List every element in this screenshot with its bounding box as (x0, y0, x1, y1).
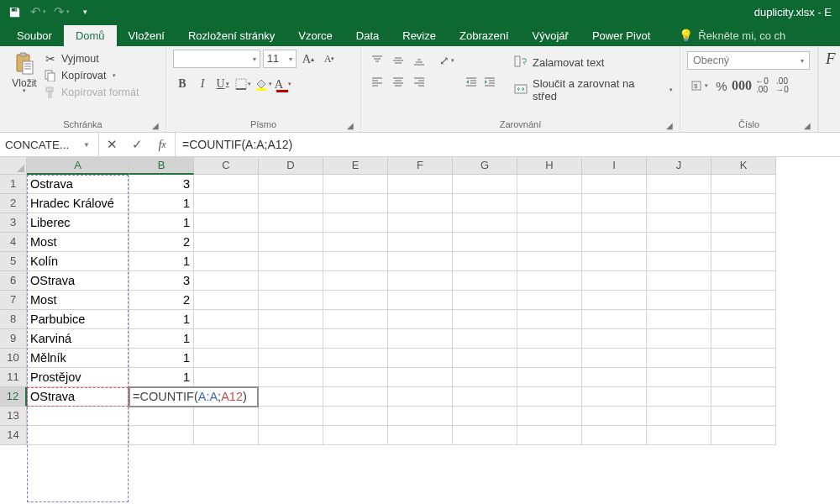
align-right-button[interactable] (410, 72, 428, 91)
cell[interactable] (517, 349, 582, 368)
cell[interactable] (388, 233, 453, 252)
cell[interactable] (517, 329, 582, 349)
row-header-6[interactable]: 6 (0, 271, 27, 291)
dialog-launcher-icon[interactable]: ◢ (347, 121, 354, 130)
cell[interactable] (517, 175, 582, 194)
cell[interactable] (453, 407, 517, 426)
cell[interactable] (259, 310, 323, 329)
cell[interactable] (711, 213, 776, 233)
cell[interactable] (388, 213, 453, 233)
col-header-k[interactable]: K (711, 157, 776, 175)
cell[interactable] (388, 310, 453, 329)
row-header-7[interactable]: 7 (0, 291, 27, 310)
wrap-text-button[interactable]: Zalamovat text (514, 55, 673, 71)
cell[interactable]: OStrava (27, 387, 129, 407)
tab-insert[interactable]: Vložení (117, 25, 176, 46)
cell[interactable] (453, 349, 517, 368)
cell[interactable] (582, 271, 647, 291)
dialog-launcher-icon[interactable]: ◢ (804, 121, 811, 130)
cell[interactable] (388, 175, 453, 194)
cell[interactable] (582, 291, 647, 310)
tab-file[interactable]: Soubor (5, 25, 64, 46)
increase-indent-button[interactable] (480, 72, 499, 91)
cell[interactable] (517, 426, 582, 445)
cell[interactable] (194, 213, 259, 233)
bold-button[interactable]: B (173, 75, 192, 93)
decrease-decimal-button[interactable]: .00→0 (773, 76, 791, 95)
cell[interactable]: Mělník (27, 349, 129, 368)
cell[interactable] (647, 271, 711, 291)
cell[interactable] (453, 233, 517, 252)
cell[interactable] (453, 175, 517, 194)
cell[interactable] (647, 175, 711, 194)
cell[interactable] (323, 252, 388, 271)
cell[interactable] (323, 271, 388, 291)
cell[interactable]: 3 (129, 271, 194, 291)
cell[interactable]: 1 (129, 349, 194, 368)
cell[interactable]: OStrava (27, 271, 129, 291)
cell[interactable] (453, 271, 517, 291)
cell[interactable] (388, 349, 453, 368)
tell-me-search[interactable]: 💡 Řekněte mi, co ch (679, 24, 785, 46)
cell[interactable] (388, 368, 453, 387)
cell[interactable] (323, 329, 388, 349)
cell[interactable] (388, 426, 453, 445)
cell[interactable] (711, 252, 776, 271)
increase-font-button[interactable]: A▴ (299, 50, 318, 68)
cell[interactable] (453, 291, 517, 310)
cell[interactable]: 2 (129, 291, 194, 310)
cell[interactable] (453, 368, 517, 387)
cell[interactable] (453, 310, 517, 329)
dialog-launcher-icon[interactable]: ◢ (152, 121, 159, 130)
cell[interactable] (194, 407, 259, 426)
col-header-d[interactable]: D (259, 157, 323, 175)
cell[interactable]: 3 (129, 175, 194, 194)
col-header-b[interactable]: B (129, 157, 194, 175)
cell[interactable] (323, 194, 388, 213)
col-header-f[interactable]: F (388, 157, 453, 175)
cell[interactable] (582, 252, 647, 271)
cell[interactable] (711, 175, 776, 194)
cell[interactable]: 1 (129, 329, 194, 349)
cell[interactable] (129, 407, 194, 426)
cell[interactable]: 1 (129, 252, 194, 271)
borders-button[interactable]: ▾ (234, 75, 252, 93)
cell[interactable] (647, 252, 711, 271)
cell[interactable] (259, 194, 323, 213)
cell[interactable] (582, 387, 647, 407)
cell[interactable] (323, 213, 388, 233)
name-box[interactable]: ▼ (0, 133, 99, 156)
cell[interactable]: 1 (129, 310, 194, 329)
cell[interactable]: Hradec Králové (27, 194, 129, 213)
copy-button[interactable]: Kopírovat▾ (44, 69, 139, 82)
cell[interactable] (517, 213, 582, 233)
row-header-2[interactable]: 2 (0, 194, 27, 213)
decrease-indent-button[interactable] (462, 72, 480, 91)
cell[interactable]: Ostrava (27, 175, 129, 194)
cell[interactable]: Karviná (27, 329, 129, 349)
col-header-h[interactable]: H (517, 157, 582, 175)
cell[interactable] (711, 426, 776, 445)
cell[interactable] (259, 271, 323, 291)
italic-button[interactable]: I (193, 75, 212, 93)
tab-formulas[interactable]: Vzorce (286, 25, 344, 46)
cell[interactable] (582, 194, 647, 213)
cell[interactable] (582, 426, 647, 445)
fill-color-button[interactable]: ▾ (254, 75, 272, 93)
cell[interactable] (388, 252, 453, 271)
cell[interactable] (194, 329, 259, 349)
cell[interactable] (647, 233, 711, 252)
cell[interactable] (647, 407, 711, 426)
cell[interactable] (323, 310, 388, 329)
name-box-input[interactable] (0, 139, 77, 151)
cell[interactable] (582, 349, 647, 368)
cell[interactable] (582, 329, 647, 349)
comma-style-button[interactable]: 000 (732, 76, 751, 95)
paste-button[interactable]: Vložit ▾ (7, 50, 42, 94)
redo-icon[interactable]: ↷▾ (50, 2, 72, 22)
cell[interactable] (194, 175, 259, 194)
col-header-a[interactable]: A (27, 157, 129, 175)
conditional-formatting-partial[interactable]: F (824, 50, 836, 68)
cell[interactable] (323, 291, 388, 310)
undo-icon[interactable]: ↶▾ (27, 2, 49, 22)
